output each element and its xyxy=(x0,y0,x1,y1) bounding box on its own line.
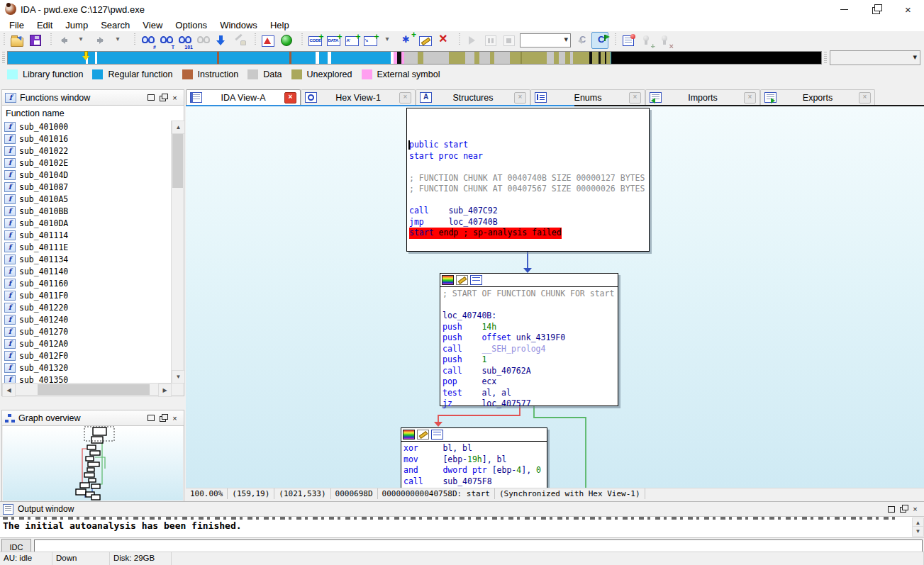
step-over-icon[interactable] xyxy=(573,32,590,49)
graph-overview-titlebar[interactable]: Graph overview × xyxy=(2,410,184,426)
debugger-selector-icon[interactable] xyxy=(519,32,572,49)
debugger-stop-icon[interactable] xyxy=(501,32,518,49)
block-third[interactable]: xor bl, blmov [ebp-19h], bland dword ptr… xyxy=(401,427,547,488)
scroll-up-icon[interactable]: ▲ xyxy=(172,121,185,134)
menu-item-jump[interactable]: Jump xyxy=(59,19,94,31)
functions-vscrollbar[interactable]: ▲ ▼ xyxy=(171,121,184,384)
scroll-right-icon[interactable]: ▶ xyxy=(158,384,172,397)
tab-close-icon[interactable]: × xyxy=(399,92,411,104)
function-list-item[interactable]: fsub_401016 xyxy=(2,133,172,145)
panel-float-button[interactable] xyxy=(157,413,169,423)
tab-close-icon[interactable]: × xyxy=(744,92,756,104)
band-range-combobox[interactable] xyxy=(830,50,920,65)
function-list-item[interactable]: fsub_40104D xyxy=(2,169,172,181)
function-list-item[interactable]: fsub_401022 xyxy=(2,145,172,157)
function-list-item[interactable]: fsub_401270 xyxy=(2,325,172,337)
scroll-down-icon[interactable]: ▼ xyxy=(912,526,924,537)
menu-item-edit[interactable]: Edit xyxy=(30,19,59,31)
output-window-titlebar[interactable]: Output window × xyxy=(0,502,924,517)
make-string-icon[interactable]: 's xyxy=(362,32,379,49)
tab-imports[interactable]: Imports× xyxy=(645,89,760,105)
menu-item-options[interactable]: Options xyxy=(169,19,213,31)
debugger-start-icon[interactable] xyxy=(464,32,481,49)
function-list-item[interactable]: fsub_401240 xyxy=(2,313,172,325)
panel-close-button[interactable]: × xyxy=(909,504,921,515)
functions-column-header[interactable]: Function name xyxy=(2,106,184,121)
function-list-item[interactable]: fsub_401134 xyxy=(2,253,172,265)
analysis-indicator-icon[interactable] xyxy=(278,32,295,49)
scroll-down-icon[interactable]: ▼ xyxy=(172,370,185,384)
menu-item-view[interactable]: View xyxy=(136,19,169,31)
panel-float-button[interactable] xyxy=(897,504,909,515)
block-edit-icon[interactable] xyxy=(456,275,468,285)
panel-close-button[interactable]: × xyxy=(169,92,181,103)
delete-breakpoint-icon[interactable]: × xyxy=(657,32,674,49)
menu-item-search[interactable]: Search xyxy=(94,19,136,31)
breakpoint-list-icon[interactable] xyxy=(620,32,637,49)
search-again-icon[interactable] xyxy=(194,32,211,49)
ida-graph-view[interactable]: public startstart proc near; FUNCTION CH… xyxy=(186,106,924,488)
block-edit-icon[interactable] xyxy=(417,430,429,440)
menu-item-help[interactable]: Help xyxy=(264,19,296,31)
function-list-item[interactable]: fsub_4012A0 xyxy=(2,337,172,349)
lock-highlight-icon[interactable] xyxy=(231,32,248,49)
block-group-icon[interactable] xyxy=(470,275,482,285)
function-list-item[interactable]: fsub_401160 xyxy=(2,277,172,289)
panel-maximize-button[interactable] xyxy=(145,413,157,423)
function-list-item[interactable]: fsub_4010A5 xyxy=(2,193,172,205)
block-chunk[interactable]: ; START OF FUNCTION CHUNK FOR startloc_4… xyxy=(440,273,618,406)
create-function-icon[interactable] xyxy=(399,32,416,49)
navigation-band[interactable] xyxy=(7,51,822,65)
restore-button[interactable] xyxy=(860,1,892,18)
save-database-icon[interactable] xyxy=(27,32,44,49)
jump-to-name-icon[interactable]: T xyxy=(157,32,174,49)
menu-item-file[interactable]: File xyxy=(3,19,30,31)
panel-float-button[interactable] xyxy=(157,92,169,103)
make-name-icon[interactable]: A' xyxy=(343,32,360,49)
run-to-cursor-icon[interactable] xyxy=(591,32,608,49)
jump-to-address-icon[interactable]: # xyxy=(139,32,156,49)
functions-hscrollbar[interactable]: ◀ ▶ xyxy=(2,383,172,396)
function-list-item[interactable]: fsub_4010BB xyxy=(2,205,172,217)
menu-item-windows[interactable]: Windows xyxy=(213,19,264,31)
delete-item-icon[interactable] xyxy=(435,32,452,49)
open-file-icon[interactable] xyxy=(9,32,26,49)
tab-exports[interactable]: Exports× xyxy=(760,89,875,105)
navigate-back-icon[interactable] xyxy=(55,32,72,49)
close-button[interactable]: × xyxy=(892,1,924,18)
function-list-item[interactable]: fsub_401140 xyxy=(2,265,172,277)
tab-close-icon[interactable]: × xyxy=(859,92,871,104)
function-list-item[interactable]: fsub_4010DA xyxy=(2,217,172,229)
make-data-icon[interactable]: DATA xyxy=(325,32,342,49)
navigate-back-menu-icon[interactable] xyxy=(74,32,91,49)
function-list-item[interactable]: fsub_401350 xyxy=(2,374,172,384)
tab-close-icon[interactable]: × xyxy=(629,92,641,104)
output-log[interactable]: The initial autoanalysis has been finish… xyxy=(0,517,924,538)
band-grip-right[interactable] xyxy=(824,52,827,63)
function-list-item[interactable]: fsub_401087 xyxy=(2,181,172,193)
make-code-icon[interactable]: CODE xyxy=(306,32,323,49)
function-list-item[interactable]: fsub_401000 xyxy=(2,121,172,133)
hscroll-thumb[interactable] xyxy=(38,384,150,395)
tab-enums[interactable]: Enums× xyxy=(530,89,645,105)
debugger-pause-icon[interactable] xyxy=(482,32,499,49)
band-grip[interactable] xyxy=(2,52,5,63)
panel-close-button[interactable]: × xyxy=(169,413,181,423)
function-list-item[interactable]: fsub_4012F0 xyxy=(2,349,172,362)
graph-overview-minimap[interactable] xyxy=(3,426,183,500)
minimize-button[interactable] xyxy=(828,1,860,18)
navigate-forward-icon[interactable] xyxy=(92,32,109,49)
function-list-item[interactable]: fsub_40111E xyxy=(2,241,172,253)
panel-maximize-button[interactable] xyxy=(885,504,897,515)
tab-close-icon[interactable]: × xyxy=(284,92,296,104)
jump-down-icon[interactable] xyxy=(213,32,230,49)
function-list-item[interactable]: fsub_401320 xyxy=(2,362,172,374)
panel-maximize-button[interactable] xyxy=(145,92,157,103)
tab-structures[interactable]: Structures× xyxy=(416,89,530,105)
edit-function-icon[interactable] xyxy=(417,32,434,49)
jump-to-binary-icon[interactable]: 101 xyxy=(176,32,193,49)
function-list-item[interactable]: fsub_4011F0 xyxy=(2,289,172,301)
block-color-icon[interactable] xyxy=(403,430,415,440)
function-list-item[interactable]: fsub_40102E xyxy=(2,157,172,169)
functions-window-titlebar[interactable]: f Functions window × xyxy=(2,90,184,106)
